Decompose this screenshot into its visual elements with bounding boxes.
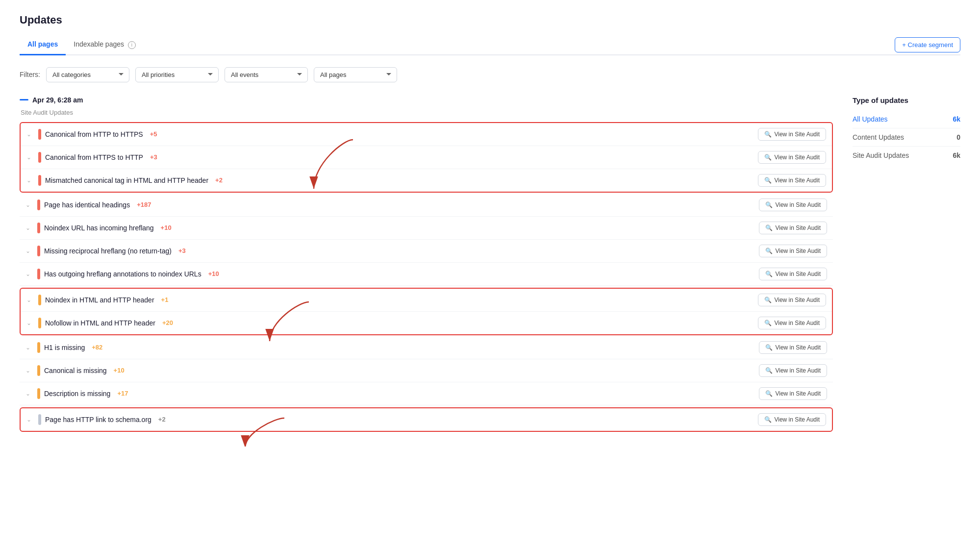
audit-item-count: +2 bbox=[215, 176, 223, 184]
group2-bordered: ⌄ Noindex in HTML and HTTP header +1 🔍 V… bbox=[20, 288, 833, 335]
search-icon: 🔍 bbox=[764, 416, 772, 423]
priority-indicator bbox=[37, 342, 40, 353]
create-segment-button[interactable]: + Create segment bbox=[895, 37, 960, 52]
priority-indicator bbox=[37, 223, 40, 233]
search-icon: 🔍 bbox=[765, 248, 773, 254]
table-row: ⌄ Noindex in HTML and HTTP header +1 🔍 V… bbox=[21, 289, 832, 312]
chevron-down-icon[interactable]: ⌄ bbox=[25, 367, 33, 374]
table-row: ⌄ H1 is missing +82 🔍 View in Site Audit bbox=[20, 336, 833, 359]
chevron-down-icon[interactable]: ⌄ bbox=[25, 248, 33, 254]
audit-item-name: Description is missing bbox=[44, 390, 110, 398]
date-text: Apr 29, 6:28 am bbox=[32, 96, 83, 104]
priority-indicator bbox=[37, 269, 40, 279]
search-icon: 🔍 bbox=[765, 201, 773, 208]
update-type-label-all: All Updates bbox=[853, 115, 888, 123]
filter-pages[interactable]: All pages bbox=[314, 67, 397, 82]
search-icon: 🔍 bbox=[765, 367, 773, 374]
chevron-down-icon[interactable]: ⌄ bbox=[26, 177, 34, 184]
chevron-down-icon[interactable]: ⌄ bbox=[26, 297, 34, 303]
audit-item-name: Canonical from HTTPS to HTTP bbox=[45, 153, 143, 161]
chevron-down-icon[interactable]: ⌄ bbox=[25, 271, 33, 277]
priority-indicator bbox=[38, 295, 41, 305]
search-icon: 🔍 bbox=[764, 320, 772, 326]
view-in-site-audit-button[interactable]: 🔍 View in Site Audit bbox=[759, 245, 827, 257]
chevron-down-icon[interactable]: ⌄ bbox=[26, 416, 34, 423]
view-in-site-audit-button[interactable]: 🔍 View in Site Audit bbox=[759, 387, 827, 400]
table-row: ⌄ Noindex URL has incoming hreflang +10 … bbox=[20, 217, 833, 240]
audit-list: ⌄ Canonical from HTTP to HTTPS +5 🔍 View… bbox=[20, 122, 833, 433]
audit-item-count: +3 bbox=[150, 153, 157, 161]
chevron-down-icon[interactable]: ⌄ bbox=[25, 201, 33, 208]
view-in-site-audit-button[interactable]: 🔍 View in Site Audit bbox=[758, 128, 826, 141]
tabs-row: All pages Indexable pages i + Create seg… bbox=[20, 35, 960, 55]
tab-indexable-pages[interactable]: Indexable pages i bbox=[66, 35, 144, 55]
priority-indicator bbox=[37, 199, 40, 210]
chevron-down-icon[interactable]: ⌄ bbox=[26, 320, 34, 326]
update-type-label-site-audit: Site Audit Updates bbox=[853, 151, 909, 159]
audit-item-count: +82 bbox=[92, 344, 102, 351]
audit-item-name: Page has identical headings bbox=[44, 201, 130, 209]
priority-indicator bbox=[38, 129, 41, 140]
section-label: Site Audit Updates bbox=[20, 109, 833, 116]
view-in-site-audit-button[interactable]: 🔍 View in Site Audit bbox=[758, 151, 826, 164]
date-dash-icon bbox=[20, 99, 28, 100]
search-icon: 🔍 bbox=[765, 271, 773, 277]
update-type-row-content[interactable]: Content Updates 0 bbox=[853, 130, 960, 144]
audit-item-name: Has outgoing hreflang annotations to noi… bbox=[44, 270, 201, 278]
view-in-site-audit-button[interactable]: 🔍 View in Site Audit bbox=[758, 294, 826, 306]
table-row: ⌄ Nofollow in HTML and HTTP header +20 🔍… bbox=[21, 312, 832, 334]
tab-all-pages[interactable]: All pages bbox=[20, 35, 66, 55]
view-in-site-audit-button[interactable]: 🔍 View in Site Audit bbox=[759, 364, 827, 377]
search-icon: 🔍 bbox=[765, 390, 773, 397]
update-type-count-content: 0 bbox=[956, 133, 960, 141]
filter-priorities[interactable]: All priorities bbox=[135, 67, 219, 82]
filters-row: Filters: All categories All priorities A… bbox=[20, 67, 960, 82]
search-icon: 🔍 bbox=[764, 131, 772, 138]
audit-item-name: Missing reciprocal hreflang (no return-t… bbox=[44, 247, 172, 255]
update-type-label-content: Content Updates bbox=[853, 133, 904, 141]
table-row: ⌄ Canonical from HTTPS to HTTP +3 🔍 View… bbox=[21, 146, 832, 169]
chevron-down-icon[interactable]: ⌄ bbox=[26, 154, 34, 161]
page-title: Updates bbox=[20, 14, 960, 26]
view-in-site-audit-button[interactable]: 🔍 View in Site Audit bbox=[758, 317, 826, 329]
audit-item-count: +5 bbox=[150, 130, 157, 138]
filters-label: Filters: bbox=[20, 71, 40, 78]
audit-item-name: Canonical from HTTP to HTTPS bbox=[45, 130, 143, 138]
update-type-divider bbox=[853, 146, 960, 147]
audit-item-count: +10 bbox=[114, 367, 125, 374]
search-icon: 🔍 bbox=[764, 154, 772, 161]
audit-item-count: +20 bbox=[162, 319, 173, 326]
priority-indicator bbox=[37, 246, 40, 256]
update-type-divider bbox=[853, 128, 960, 128]
view-in-site-audit-button[interactable]: 🔍 View in Site Audit bbox=[759, 268, 827, 280]
update-type-row-site-audit[interactable]: Site Audit Updates 6k bbox=[853, 149, 960, 162]
type-of-updates-title: Type of updates bbox=[853, 96, 960, 104]
filter-categories[interactable]: All categories bbox=[46, 67, 129, 82]
chevron-down-icon[interactable]: ⌄ bbox=[26, 131, 34, 138]
view-in-site-audit-button[interactable]: 🔍 View in Site Audit bbox=[759, 341, 827, 354]
audit-item-count: +10 bbox=[161, 224, 172, 231]
chevron-down-icon[interactable]: ⌄ bbox=[25, 390, 33, 397]
priority-indicator bbox=[38, 152, 41, 163]
priority-indicator bbox=[37, 388, 40, 399]
info-icon[interactable]: i bbox=[128, 41, 136, 49]
audit-item-count: +10 bbox=[208, 270, 219, 277]
filter-events[interactable]: All events bbox=[225, 67, 308, 82]
update-type-count-site-audit: 6k bbox=[953, 151, 960, 159]
view-in-site-audit-button[interactable]: 🔍 View in Site Audit bbox=[758, 174, 826, 187]
group1-bordered: ⌄ Canonical from HTTP to HTTPS +5 🔍 View… bbox=[20, 122, 833, 193]
view-in-site-audit-button[interactable]: 🔍 View in Site Audit bbox=[759, 222, 827, 234]
update-type-row-all[interactable]: All Updates 6k bbox=[853, 112, 960, 126]
update-type-count-all: 6k bbox=[953, 115, 960, 123]
chevron-down-icon[interactable]: ⌄ bbox=[25, 224, 33, 231]
view-in-site-audit-button[interactable]: 🔍 View in Site Audit bbox=[759, 199, 827, 211]
priority-indicator bbox=[38, 318, 41, 328]
chevron-down-icon[interactable]: ⌄ bbox=[25, 344, 33, 351]
table-row: ⌄ Has outgoing hreflang annotations to n… bbox=[20, 263, 833, 286]
audit-item-name: Noindex URL has incoming hreflang bbox=[44, 224, 154, 232]
priority-indicator bbox=[38, 414, 41, 425]
audit-item-count: +187 bbox=[137, 201, 151, 208]
view-in-site-audit-button[interactable]: 🔍 View in Site Audit bbox=[758, 413, 826, 426]
audit-item-count: +3 bbox=[178, 247, 186, 254]
table-row: ⌄ Canonical is missing +10 🔍 View in Sit… bbox=[20, 359, 833, 382]
